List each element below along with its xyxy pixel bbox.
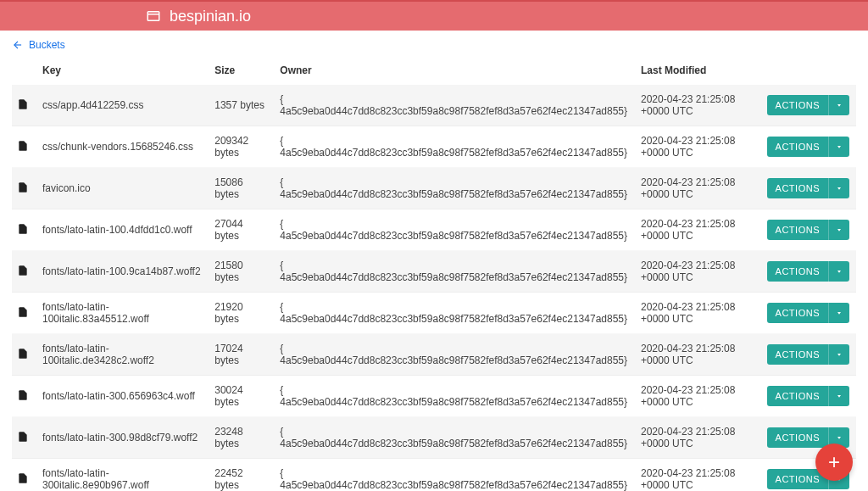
actions-label: ACTIONS <box>767 178 829 198</box>
table-row: favicon.ico15086 bytes{ 4a5c9eba0d44c7dd… <box>12 168 856 209</box>
col-header-modified[interactable]: Last Modified <box>634 59 760 85</box>
cell-size: 23248 bytes <box>208 417 273 459</box>
cell-owner: { 4a5c9eba0d44c7dd8c823cc3bf59a8c98f7582… <box>273 85 634 126</box>
cell-key[interactable]: css/chunk-vendors.15685246.css <box>36 126 208 168</box>
actions-label: ACTIONS <box>767 220 829 240</box>
cell-size: 30024 bytes <box>208 376 273 417</box>
objects-table: Key Size Owner Last Modified css/app.4d4… <box>12 59 856 491</box>
cell-modified: 2020-04-23 21:25:08 +0000 UTC <box>634 126 760 168</box>
caret-down-icon <box>829 95 849 115</box>
file-icon <box>17 265 29 276</box>
top-bar: bespinian.io <box>0 0 868 31</box>
cell-owner: { 4a5c9eba0d44c7dd8c823cc3bf59a8c98f7582… <box>273 459 634 492</box>
file-icon <box>17 223 29 235</box>
cell-key[interactable]: fonts/lato-latin-100italic.de3428c2.woff… <box>36 334 208 376</box>
cell-key[interactable]: css/app.4d412259.css <box>36 85 208 126</box>
actions-button[interactable]: ACTIONS <box>767 344 849 365</box>
actions-button[interactable]: ACTIONS <box>767 137 849 157</box>
table-row: fonts/lato-latin-300.98d8cf79.woff223248… <box>12 417 856 459</box>
caret-down-icon <box>829 220 849 240</box>
table-row: css/app.4d412259.css1357 bytes{ 4a5c9eba… <box>12 85 856 126</box>
caret-down-icon <box>829 137 849 157</box>
cell-size: 22452 bytes <box>208 459 273 492</box>
cell-owner: { 4a5c9eba0d44c7dd8c823cc3bf59a8c98f7582… <box>273 334 634 376</box>
svg-marker-6 <box>837 229 841 232</box>
file-icon <box>17 306 29 318</box>
cell-modified: 2020-04-23 21:25:08 +0000 UTC <box>634 293 760 334</box>
table-row: fonts/lato-latin-100italic.de3428c2.woff… <box>12 334 856 376</box>
actions-button[interactable]: ACTIONS <box>767 220 849 240</box>
file-icon <box>17 431 29 443</box>
svg-marker-10 <box>837 395 841 398</box>
table-row: fonts/lato-latin-300italic.8e90b967.woff… <box>12 459 856 492</box>
svg-rect-0 <box>147 12 159 21</box>
cell-key[interactable]: fonts/lato-latin-100italic.83a45512.woff <box>36 293 208 334</box>
svg-marker-4 <box>837 146 841 148</box>
file-icon <box>17 389 29 401</box>
col-header-owner[interactable]: Owner <box>273 59 634 85</box>
actions-label: ACTIONS <box>767 261 829 282</box>
cell-size: 15086 bytes <box>208 168 273 209</box>
cell-key[interactable]: favicon.ico <box>36 168 208 209</box>
back-arrow-icon <box>12 39 24 51</box>
cell-size: 27044 bytes <box>208 209 273 251</box>
table-row: fonts/lato-latin-100.4dfdd1c0.woff27044 … <box>12 209 856 251</box>
breadcrumb[interactable]: Buckets <box>0 31 868 59</box>
svg-marker-3 <box>837 104 841 107</box>
cell-modified: 2020-04-23 21:25:08 +0000 UTC <box>634 168 760 209</box>
actions-label: ACTIONS <box>767 344 829 365</box>
breadcrumb-label: Buckets <box>29 39 65 51</box>
actions-label: ACTIONS <box>767 386 829 406</box>
cell-key[interactable]: fonts/lato-latin-100.9ca14b87.woff2 <box>36 251 208 293</box>
cell-size: 17024 bytes <box>208 334 273 376</box>
actions-label: ACTIONS <box>767 427 829 448</box>
add-button[interactable]: + <box>815 444 853 481</box>
col-header-key[interactable]: Key <box>36 59 208 85</box>
cell-key[interactable]: fonts/lato-latin-100.4dfdd1c0.woff <box>36 209 208 251</box>
actions-label: ACTIONS <box>767 303 829 323</box>
cell-modified: 2020-04-23 21:25:08 +0000 UTC <box>634 417 760 459</box>
cell-owner: { 4a5c9eba0d44c7dd8c823cc3bf59a8c98f7582… <box>273 251 634 293</box>
svg-marker-11 <box>837 437 841 439</box>
col-header-size[interactable]: Size <box>208 59 273 85</box>
actions-button[interactable]: ACTIONS <box>767 95 849 115</box>
cell-modified: 2020-04-23 21:25:08 +0000 UTC <box>634 334 760 376</box>
cell-owner: { 4a5c9eba0d44c7dd8c823cc3bf59a8c98f7582… <box>273 126 634 168</box>
actions-button[interactable]: ACTIONS <box>767 303 849 323</box>
svg-marker-8 <box>837 312 841 315</box>
table-row: fonts/lato-latin-100.9ca14b87.woff221580… <box>12 251 856 293</box>
actions-button[interactable]: ACTIONS <box>767 261 849 282</box>
cell-size: 21920 bytes <box>208 293 273 334</box>
caret-down-icon <box>829 386 849 406</box>
caret-down-icon <box>829 303 849 323</box>
file-icon <box>17 98 29 110</box>
window-icon <box>146 8 161 24</box>
actions-label: ACTIONS <box>767 137 829 157</box>
svg-marker-5 <box>837 187 841 190</box>
svg-marker-7 <box>837 271 841 273</box>
cell-owner: { 4a5c9eba0d44c7dd8c823cc3bf59a8c98f7582… <box>273 168 634 209</box>
file-icon <box>17 472 29 484</box>
cell-modified: 2020-04-23 21:25:08 +0000 UTC <box>634 209 760 251</box>
actions-button[interactable]: ACTIONS <box>767 178 849 198</box>
cell-key[interactable]: fonts/lato-latin-300italic.8e90b967.woff <box>36 459 208 492</box>
file-icon <box>17 181 29 193</box>
cell-key[interactable]: fonts/lato-latin-300.98d8cf79.woff2 <box>36 417 208 459</box>
cell-key[interactable]: fonts/lato-latin-300.656963c4.woff <box>36 376 208 417</box>
cell-owner: { 4a5c9eba0d44c7dd8c823cc3bf59a8c98f7582… <box>273 293 634 334</box>
svg-marker-9 <box>837 354 841 356</box>
cell-modified: 2020-04-23 21:25:08 +0000 UTC <box>634 459 760 492</box>
cell-owner: { 4a5c9eba0d44c7dd8c823cc3bf59a8c98f7582… <box>273 209 634 251</box>
cell-modified: 2020-04-23 21:25:08 +0000 UTC <box>634 85 760 126</box>
cell-size: 1357 bytes <box>208 85 273 126</box>
cell-size: 209342 bytes <box>208 126 273 168</box>
file-icon <box>17 140 29 152</box>
actions-label: ACTIONS <box>767 95 829 115</box>
table-row: fonts/lato-latin-300.656963c4.woff30024 … <box>12 376 856 417</box>
caret-down-icon <box>829 261 849 282</box>
cell-owner: { 4a5c9eba0d44c7dd8c823cc3bf59a8c98f7582… <box>273 376 634 417</box>
cell-modified: 2020-04-23 21:25:08 +0000 UTC <box>634 376 760 417</box>
cell-size: 21580 bytes <box>208 251 273 293</box>
actions-button[interactable]: ACTIONS <box>767 386 849 406</box>
plus-icon: + <box>828 450 840 474</box>
